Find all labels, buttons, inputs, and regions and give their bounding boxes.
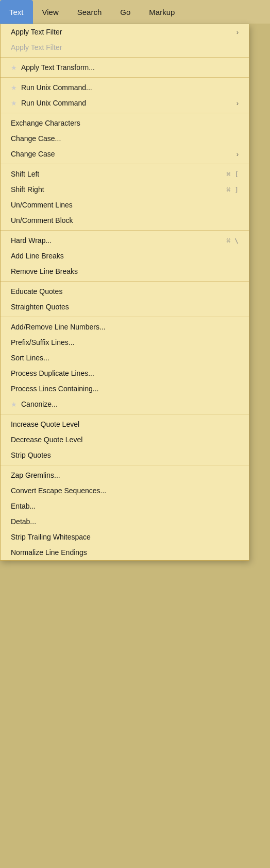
detab[interactable]: Detab... <box>1 514 249 529</box>
apply-text-filter-disabled: Apply Text Filter <box>1 40 249 55</box>
star-icon: ★ <box>11 64 17 72</box>
menu-item-label: Process Lines Containing... <box>11 385 98 393</box>
star-icon: ★ <box>11 401 17 408</box>
menu-item-label: Normalize Line Endings <box>11 548 87 557</box>
process-lines-containing[interactable]: Process Lines Containing... <box>1 381 249 396</box>
sort-lines[interactable]: Sort Lines... <box>1 350 249 366</box>
menu-item-label: Un/Comment Block <box>11 216 73 224</box>
process-duplicate-lines[interactable]: Process Duplicate Lines... <box>1 366 249 381</box>
apply-text-transform[interactable]: ★ Apply Text Transform... <box>1 60 249 75</box>
shortcut-label: ⌘ \ <box>227 237 239 245</box>
menu-item-label: Run Unix Command... <box>21 83 92 92</box>
divider-8 <box>1 414 249 414</box>
uncomment-block[interactable]: Un/Comment Block <box>1 213 249 228</box>
menu-item-label: Decrease Quote Level <box>11 436 82 444</box>
menu-item-label: Exchange Characters <box>11 119 80 127</box>
shift-left[interactable]: Shift Left ⌘ [ <box>1 166 249 182</box>
menu-bar-search[interactable]: Search <box>68 0 111 24</box>
menu-bar: Text View Search Go Markup <box>0 0 270 24</box>
educate-quotes[interactable]: Educate Quotes <box>1 284 249 299</box>
menu-bar-text[interactable]: Text <box>0 0 33 24</box>
menu-item-label: Un/Comment Lines <box>11 201 73 209</box>
strip-quotes[interactable]: Strip Quotes <box>1 447 249 463</box>
menu-item-label: Remove Line Breaks <box>11 267 78 275</box>
menu-bar-markup[interactable]: Markup <box>140 0 184 24</box>
convert-escape-sequences[interactable]: Convert Escape Sequences... <box>1 483 249 498</box>
increase-quote-level[interactable]: Increase Quote Level <box>1 416 249 432</box>
menu-item-label: Educate Quotes <box>11 287 62 296</box>
submenu-arrow-icon: › <box>237 150 239 158</box>
star-icon: ★ <box>11 84 17 92</box>
hard-wrap[interactable]: Hard Wrap... ⌘ \ <box>1 233 249 248</box>
menu-item-label: Shift Left <box>11 170 39 178</box>
divider-3 <box>1 113 249 113</box>
submenu-arrow-icon: › <box>237 99 239 107</box>
menu-item-label: Add/Remove Line Numbers... <box>11 323 106 331</box>
run-unix-command-dialog[interactable]: ★ Run Unix Command... <box>1 80 249 95</box>
divider-6 <box>1 281 249 282</box>
change-case-dialog[interactable]: Change Case... <box>1 131 249 146</box>
shortcut-label: ⌘ [ <box>227 170 239 178</box>
menu-bar-go[interactable]: Go <box>111 0 140 24</box>
menu-item-label: Change Case <box>11 150 55 158</box>
menu-item-label: Prefix/Suffix Lines... <box>11 338 74 346</box>
straighten-quotes[interactable]: Straighten Quotes <box>1 299 249 315</box>
prefix-suffix-lines[interactable]: Prefix/Suffix Lines... <box>1 335 249 350</box>
menu-item-label: Shift Right <box>11 185 44 194</box>
divider-4 <box>1 164 249 164</box>
zap-gremlins[interactable]: Zap Gremlins... <box>1 467 249 483</box>
menu-item-label: Hard Wrap... <box>11 236 52 245</box>
menu-item-label: Apply Text Filter <box>11 43 62 51</box>
shortcut-label: ⌘ ] <box>227 186 239 194</box>
add-line-breaks[interactable]: Add Line Breaks <box>1 248 249 264</box>
add-remove-line-numbers[interactable]: Add/Remove Line Numbers... <box>1 319 249 335</box>
divider-9 <box>1 465 249 465</box>
star-icon: ★ <box>11 99 17 107</box>
menu-item-label: Process Duplicate Lines... <box>11 369 94 377</box>
divider-7 <box>1 317 249 317</box>
menu-item-label: Increase Quote Level <box>11 420 79 428</box>
submenu-arrow-icon: › <box>237 28 239 36</box>
remove-line-breaks[interactable]: Remove Line Breaks <box>1 264 249 279</box>
menu-item-label: Add Line Breaks <box>11 252 64 260</box>
menu-item-label: Canonize... <box>21 400 58 408</box>
shift-right[interactable]: Shift Right ⌘ ] <box>1 182 249 197</box>
menu-item-label: Strip Quotes <box>11 451 51 459</box>
menu-bar-view[interactable]: View <box>33 0 68 24</box>
menu-item-label: Entab... <box>11 502 36 510</box>
exchange-characters[interactable]: Exchange Characters <box>1 115 249 131</box>
menu-item-label: Straighten Quotes <box>11 303 69 311</box>
apply-text-filter-submenu[interactable]: Apply Text Filter › <box>1 24 249 40</box>
text-menu-dropdown: Apply Text Filter › Apply Text Filter ★ … <box>0 24 249 561</box>
entab[interactable]: Entab... <box>1 498 249 514</box>
menu-item-label: Apply Text Transform... <box>21 63 95 72</box>
normalize-line-endings[interactable]: Normalize Line Endings <box>1 545 249 560</box>
menu-item-label: Change Case... <box>11 134 61 143</box>
strip-trailing-whitespace[interactable]: Strip Trailing Whitespace <box>1 529 249 545</box>
uncomment-lines[interactable]: Un/Comment Lines <box>1 197 249 213</box>
menu-item-label: Convert Escape Sequences... <box>11 487 106 495</box>
divider-2 <box>1 77 249 78</box>
menu-item-label: Sort Lines... <box>11 354 49 362</box>
change-case-submenu[interactable]: Change Case › <box>1 146 249 162</box>
menu-item-label: Strip Trailing Whitespace <box>11 533 91 541</box>
menu-item-label: Detab... <box>11 517 36 526</box>
menu-item-label: Apply Text Filter <box>11 28 62 36</box>
run-unix-command-submenu[interactable]: ★ Run Unix Command › <box>1 95 249 111</box>
menu-item-label: Run Unix Command <box>21 99 86 107</box>
menu-item-label: Zap Gremlins... <box>11 471 60 479</box>
divider-5 <box>1 230 249 231</box>
decrease-quote-level[interactable]: Decrease Quote Level <box>1 432 249 447</box>
divider-1 <box>1 57 249 58</box>
canonize[interactable]: ★ Canonize... <box>1 396 249 412</box>
